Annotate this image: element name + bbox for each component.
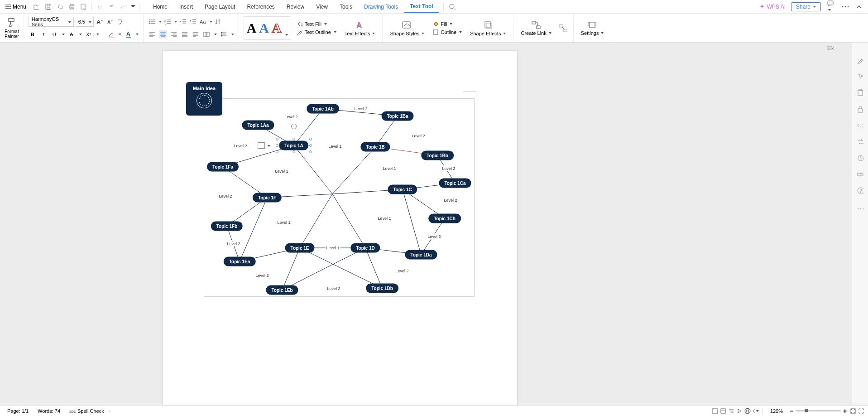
code-icon[interactable] (856, 121, 864, 130)
font-color-button[interactable]: A (124, 30, 132, 39)
tab-references[interactable]: References (241, 1, 280, 12)
undo-history-dropdown[interactable] (109, 5, 114, 9)
tab-drawing-tools[interactable]: Drawing Tools (359, 1, 403, 12)
strikethrough-button[interactable]: A (67, 30, 76, 39)
history-icon[interactable] (856, 154, 864, 162)
print-icon[interactable] (68, 3, 75, 10)
more-menu-icon[interactable] (841, 5, 850, 9)
layout-options-icon[interactable] (258, 142, 265, 149)
document-area[interactable]: Main Idea Topic 1A Topic 1B Topic 1C Top… (0, 43, 852, 405)
increase-indent-button[interactable] (189, 18, 197, 26)
eye-protect-icon[interactable] (752, 407, 760, 415)
create-link-button[interactable]: Create Link (518, 19, 554, 37)
transfer-icon[interactable] (856, 138, 864, 146)
node-1cb[interactable]: Topic 1Cb (428, 214, 461, 223)
collapse-ribbon-icon[interactable] (855, 4, 863, 10)
columns-button[interactable] (202, 30, 211, 39)
node-1b[interactable]: Topic 1B (360, 142, 390, 152)
highlight-color-button[interactable] (107, 30, 115, 39)
qat-customize-dropdown[interactable] (131, 5, 135, 9)
change-case-button[interactable]: Aa (199, 18, 207, 26)
share-button[interactable]: Share (791, 2, 821, 11)
node-1ba[interactable]: Topic 1Ba (381, 111, 413, 121)
main-idea-node[interactable]: Main Idea (186, 82, 222, 116)
status-words[interactable]: Words: 74 (33, 408, 65, 414)
fullscreen-icon[interactable] (857, 407, 865, 415)
decrease-font-icon[interactable]: A− (106, 18, 114, 26)
wordart-gallery[interactable]: A A A (244, 16, 291, 40)
node-1da[interactable]: Topic 1Da (405, 250, 437, 260)
zoom-out-button[interactable]: − (787, 407, 796, 415)
help-icon[interactable]: ? (856, 187, 864, 195)
tab-page-layout[interactable]: Page Layout (199, 1, 240, 12)
shape-outline-button[interactable]: Outline (432, 29, 463, 36)
node-1d[interactable]: Topic 1D (350, 243, 380, 253)
zoom-slider[interactable] (796, 410, 841, 411)
node-1bb[interactable]: Topic 1Bb (421, 151, 454, 160)
comments-icon[interactable] (826, 0, 835, 14)
format-painter-button[interactable]: Format Painter (0, 14, 24, 42)
italic-button[interactable]: I (39, 30, 48, 39)
numbered-list-button[interactable]: 123 (163, 18, 172, 26)
collapse-side-panel-icon[interactable] (826, 45, 834, 52)
save-icon[interactable] (44, 3, 52, 10)
line-spacing-button[interactable] (220, 30, 228, 39)
text-outline-button[interactable]: Text Outline (296, 29, 337, 36)
text-effects-button[interactable]: A Text Effects (342, 19, 378, 37)
text-fill-button[interactable]: Text Fill (296, 20, 337, 28)
align-left-button[interactable] (148, 30, 156, 39)
tab-home[interactable]: Home (148, 1, 173, 12)
redo-icon[interactable] (118, 3, 125, 10)
layout-options-dropdown[interactable] (268, 145, 270, 147)
wordart-more-icon[interactable] (285, 34, 288, 36)
undo-icon[interactable] (96, 3, 104, 10)
cursor-icon[interactable] (856, 73, 864, 81)
outline-layout-icon[interactable] (727, 407, 735, 415)
bold-button[interactable]: B (29, 30, 37, 39)
open-icon[interactable] (33, 3, 40, 10)
tab-view[interactable]: View (311, 1, 333, 12)
superscript-button[interactable]: X2 (85, 30, 93, 39)
search-icon[interactable] (448, 3, 456, 11)
wordart-style-2[interactable]: A (259, 20, 269, 36)
pencil-icon[interactable] (856, 56, 864, 64)
node-1eb[interactable]: Topic 1Eb (266, 285, 298, 295)
tab-text-tool[interactable]: Text Tool (404, 1, 439, 13)
node-1aa[interactable]: Topic 1Aa (242, 121, 274, 130)
print-preview-icon[interactable] (80, 3, 87, 10)
more-tools-icon[interactable] (856, 205, 864, 213)
shape-styles-button[interactable]: Shape Styles (387, 19, 427, 37)
settings-button[interactable]: Settings (578, 19, 607, 37)
spell-check-button[interactable]: abc Spell Check › (65, 408, 115, 414)
mindmap-canvas[interactable]: Main Idea Topic 1A Topic 1B Topic 1C Top… (204, 98, 475, 297)
node-1e[interactable]: Topic 1E (285, 243, 315, 253)
bullet-list-button[interactable] (148, 18, 156, 26)
underline-button[interactable]: U (50, 30, 58, 39)
ruler-icon[interactable] (856, 170, 864, 179)
print-layout-icon[interactable] (719, 407, 727, 415)
node-1a[interactable]: Topic 1A (279, 141, 308, 150)
clipboard-icon[interactable] (856, 89, 864, 97)
node-1ab[interactable]: Topic 1Ab (307, 104, 339, 114)
distribute-button[interactable] (192, 30, 200, 39)
zoom-level[interactable]: 120% (766, 408, 787, 414)
node-1f[interactable]: Topic 1F (253, 193, 282, 203)
decrease-indent-button[interactable] (179, 18, 187, 26)
fit-page-icon[interactable] (849, 407, 857, 415)
status-page[interactable]: Page: 1/1 (3, 408, 33, 414)
tab-insert[interactable]: Insert (174, 1, 198, 12)
node-1ca[interactable]: Topic 1Ca (439, 179, 471, 188)
shape-effects-button[interactable]: Shape Effects (467, 19, 508, 37)
justify-button[interactable] (181, 30, 189, 39)
lock-icon[interactable] (856, 105, 864, 113)
align-center-button[interactable] (159, 30, 167, 39)
tab-review[interactable]: Review (281, 1, 310, 12)
tab-tools[interactable]: Tools (334, 1, 358, 12)
wps-ai-button[interactable]: WPS AI (759, 4, 786, 10)
node-1db[interactable]: Topic 1Db (366, 284, 398, 293)
zoom-in-button[interactable]: + (841, 407, 849, 415)
font-size-select[interactable]: 6.5 (76, 17, 94, 27)
wordart-style-1[interactable]: A (247, 20, 257, 36)
node-1ea[interactable]: Topic 1Ea (224, 257, 256, 266)
web-layout-icon[interactable] (743, 407, 752, 415)
